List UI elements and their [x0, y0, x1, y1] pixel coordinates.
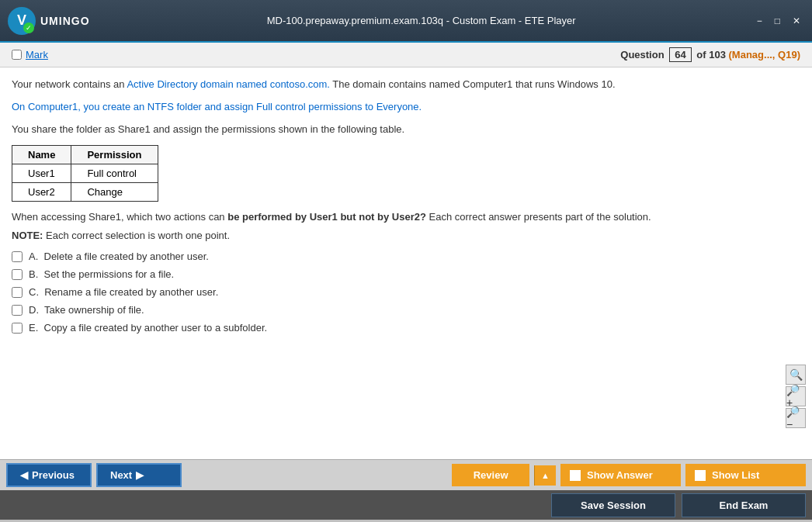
search-zoom-button[interactable]: 🔍 [786, 365, 806, 385]
table-row: User2 Change [12, 183, 158, 202]
title-bar: V ✓ UMINGO MD-100.prepaway.premium.exam.… [0, 0, 812, 43]
option-a: A. Delete a file created by another user… [12, 251, 800, 262]
save-session-button[interactable]: Save Session [551, 493, 675, 517]
option-b-checkbox[interactable] [12, 269, 23, 280]
table-header-permission: Permission [71, 146, 158, 164]
zoom-in-button[interactable]: 🔎+ [786, 386, 806, 406]
previous-button[interactable]: ◀ Previous [6, 463, 92, 487]
review-button[interactable]: Review [452, 464, 529, 486]
option-c: C. Rename a file created by another user… [12, 286, 800, 298]
show-list-icon [695, 470, 706, 481]
end-exam-button[interactable]: End Exam [682, 493, 806, 517]
close-button[interactable]: ✕ [789, 14, 804, 28]
note-text: NOTE: Each correct selection is worth on… [12, 230, 800, 241]
question-number: 64 [669, 47, 691, 62]
option-e-label: E. Copy a file created by another user t… [29, 322, 267, 334]
option-e-checkbox[interactable] [12, 323, 23, 334]
zoom-controls: 🔍 🔎+ 🔎− [786, 365, 806, 428]
toolbar: Mark Question 64 of 103 (Manag..., Q19) [0, 43, 812, 67]
maximize-button[interactable]: □ [771, 14, 784, 28]
action-bar: Save Session End Exam [0, 490, 812, 520]
next-button[interactable]: Next ▶ [96, 463, 182, 487]
mark-checkbox[interactable] [12, 50, 22, 60]
mark-label[interactable]: Mark [26, 49, 48, 60]
option-d: D. Take ownership of file. [12, 304, 800, 316]
option-c-checkbox[interactable] [12, 287, 23, 298]
logo-text: UMINGO [40, 15, 90, 27]
option-a-checkbox[interactable] [12, 251, 23, 262]
question-total: of 103 [696, 49, 726, 60]
review-dropdown-button[interactable]: ▲ [534, 465, 556, 486]
question-line2: On Computer1, you create an NTFS folder … [12, 99, 800, 116]
option-b-label: B. Set the permissions for a file. [29, 268, 174, 280]
option-e: E. Copy a file created by another user t… [12, 322, 800, 334]
question-info: Question 64 of 103 (Manag..., Q19) [620, 47, 800, 62]
question-main-text: When accessing Share1, which two actions… [12, 209, 800, 226]
previous-label: Previous [32, 469, 75, 481]
show-answer-button[interactable]: Show Answer [560, 464, 681, 486]
permissions-table: Name Permission User1 Full control User2… [12, 145, 158, 202]
option-b: B. Set the permissions for a file. [12, 268, 800, 280]
minimize-button[interactable]: − [753, 14, 766, 28]
table-header-name: Name [12, 146, 71, 164]
window-title: MD-100.prepaway.premium.exam.103q - Cust… [90, 15, 753, 26]
nav-bar: ◀ Previous Next ▶ Review ▲ Show Answer S… [0, 459, 812, 490]
window-controls: − □ ✕ [753, 14, 804, 28]
next-arrow-icon: ▶ [136, 469, 144, 481]
show-list-label: Show List [712, 469, 759, 481]
option-d-label: D. Take ownership of file. [29, 304, 144, 316]
option-a-label: A. Delete a file created by another user… [29, 251, 209, 262]
question-line1: Your network contains an Active Director… [12, 77, 800, 93]
question-label: Question [620, 49, 664, 60]
review-group: Review ▲ Show Answer Show List [452, 464, 806, 486]
show-list-button[interactable]: Show List [685, 464, 806, 486]
logo-icon: V ✓ [8, 7, 36, 35]
mark-area: Mark [12, 49, 48, 60]
question-extra: (Manag..., Q19) [729, 49, 800, 60]
show-answer-icon [570, 470, 581, 481]
next-label: Next [110, 469, 132, 481]
show-answer-label: Show Answer [587, 469, 653, 481]
prev-arrow-icon: ◀ [20, 469, 28, 481]
option-d-checkbox[interactable] [12, 305, 23, 316]
option-c-label: C. Rename a file created by another user… [29, 286, 218, 298]
zoom-out-button[interactable]: 🔎− [786, 408, 806, 428]
table-row: User1 Full control [12, 164, 158, 183]
question-line3: You share the folder as Share1 and assig… [12, 122, 800, 138]
main-content: Your network contains an Active Director… [0, 67, 812, 459]
logo-area: V ✓ UMINGO [8, 7, 90, 35]
